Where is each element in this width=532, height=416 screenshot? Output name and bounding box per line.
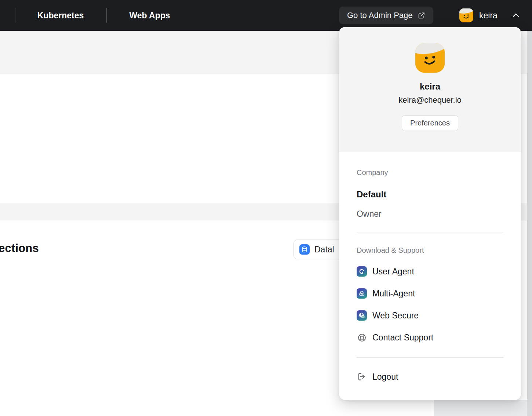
topbar-user-name: keira xyxy=(479,0,498,31)
database-icon xyxy=(299,244,310,255)
menu-body: Company Default Owner Download & Support… xyxy=(339,168,521,388)
company-role: Owner xyxy=(357,209,503,219)
screen: ections Datal Kubernetes Web Apps Go to … xyxy=(0,0,532,416)
web-secure-icon xyxy=(357,310,367,321)
external-link-icon xyxy=(418,12,425,19)
top-navigation-bar: Kubernetes Web Apps Go to Admin Page kei… xyxy=(0,0,532,31)
divider xyxy=(357,233,503,233)
nav-divider xyxy=(15,8,15,23)
go-to-admin-page-label: Go to Admin Page xyxy=(347,11,413,20)
user-menu-dropdown: keira keira@chequer.io Preferences Compa… xyxy=(339,27,521,400)
multi-agent-icon xyxy=(357,288,367,299)
logout-label: Logout xyxy=(372,372,398,382)
life-ring-icon xyxy=(357,332,367,343)
profile-name: keira xyxy=(420,81,440,92)
logout-icon xyxy=(357,372,367,382)
menu-item-label: Multi-Agent xyxy=(372,289,415,299)
menu-item-label: User Agent xyxy=(372,267,414,277)
preferences-button[interactable]: Preferences xyxy=(402,115,458,131)
menu-item-logout[interactable]: Logout xyxy=(357,366,503,388)
tab-kubernetes[interactable]: Kubernetes xyxy=(21,0,100,31)
profile-email: keira@chequer.io xyxy=(398,95,462,105)
menu-item-label: Contact Support xyxy=(372,333,433,343)
tab-web-apps[interactable]: Web Apps xyxy=(113,0,186,31)
user-avatar[interactable] xyxy=(459,8,473,22)
user-agent-icon xyxy=(357,266,367,277)
tab-web-apps-label: Web Apps xyxy=(129,11,170,21)
menu-item-multi-agent[interactable]: Multi-Agent xyxy=(357,282,503,304)
page-title: ections xyxy=(0,242,39,255)
profile-avatar xyxy=(415,43,445,73)
menu-item-contact-support[interactable]: Contact Support xyxy=(357,326,503,349)
menu-item-web-secure[interactable]: Web Secure xyxy=(357,304,503,326)
support-section-label: Download & Support xyxy=(357,246,503,255)
database-button-label: Datal xyxy=(314,245,334,255)
menu-item-label: Web Secure xyxy=(372,311,419,321)
scrollbar[interactable] xyxy=(527,31,532,416)
tab-kubernetes-label: Kubernetes xyxy=(37,11,84,21)
divider xyxy=(357,357,503,358)
nav-divider xyxy=(106,8,107,23)
go-to-admin-page-button[interactable]: Go to Admin Page xyxy=(339,7,433,24)
company-name[interactable]: Default xyxy=(357,189,503,200)
chevron-up-icon[interactable] xyxy=(511,11,521,20)
profile-header: keira keira@chequer.io Preferences xyxy=(339,27,521,152)
company-section-label: Company xyxy=(357,168,503,177)
background-panel-fragment xyxy=(434,400,527,416)
menu-item-user-agent[interactable]: User Agent xyxy=(357,260,503,282)
